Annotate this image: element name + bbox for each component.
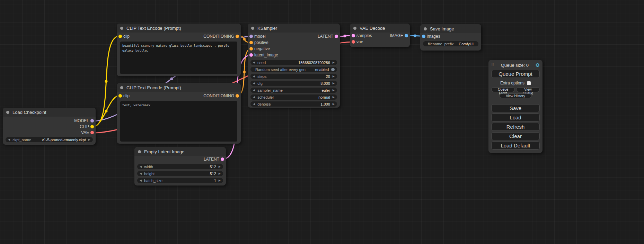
collapse-dot[interactable] xyxy=(353,27,356,30)
slot-dot-vae[interactable] xyxy=(90,131,94,134)
node-title-bar[interactable]: KSampler xyxy=(248,24,340,33)
decrement-arrow-icon[interactable]: ◀ xyxy=(253,74,255,79)
output-slot-clip[interactable]: CLIP xyxy=(3,124,96,129)
node-save-image[interactable]: Save Image images filename_prefix ComfyU… xyxy=(420,24,481,51)
widget-filename-prefix[interactable]: filename_prefix ComfyUI xyxy=(423,41,478,46)
output-slot-vae[interactable]: VAE xyxy=(3,129,96,135)
decrement-arrow-icon[interactable]: ◀ xyxy=(140,178,142,183)
input-slot-latent-image[interactable]: latent_image xyxy=(248,52,340,58)
slot-dot-clip[interactable] xyxy=(90,125,94,128)
widget-denoise[interactable]: ◀ denoise 1.000 ▶ xyxy=(250,101,337,107)
view-queue-button[interactable]: View Queue xyxy=(516,87,540,92)
slot-dot-model-input[interactable] xyxy=(249,35,253,38)
increment-arrow-icon[interactable]: ▶ xyxy=(333,94,335,100)
node-load-checkpoint[interactable]: Load Checkpoint MODEL CLIP VAE ◀ ckpt_na… xyxy=(3,108,96,145)
widget-cfg[interactable]: ◀ cfg 8.000 ▶ xyxy=(250,81,337,86)
increment-arrow-icon[interactable]: ▶ xyxy=(88,137,90,142)
increment-arrow-icon[interactable]: ▶ xyxy=(333,81,335,86)
view-history-button[interactable]: View History xyxy=(500,93,531,98)
decrement-arrow-icon[interactable]: ◀ xyxy=(253,94,255,100)
node-title-bar[interactable]: Empty Latent Image xyxy=(134,147,226,156)
decrement-arrow-icon[interactable]: ◀ xyxy=(140,164,142,169)
node-ksampler[interactable]: KSampler model LATENT positive negative … xyxy=(248,24,340,108)
widget-random-seed-toggle[interactable]: Random seed after every gen enabled xyxy=(250,67,337,72)
slot-dot-conditioning-output[interactable] xyxy=(236,94,239,98)
widget-seed[interactable]: ◀ seed 156680208700286 ▶ xyxy=(250,60,337,65)
slot-dot-images-input[interactable] xyxy=(422,35,425,38)
increment-arrow-icon[interactable]: ▶ xyxy=(219,178,221,183)
node-title-bar[interactable]: Load Checkpoint xyxy=(3,108,96,117)
output-slot-latent[interactable]: LATENT xyxy=(134,156,226,162)
save-button[interactable]: Save xyxy=(491,104,540,112)
node-clip-text-encode-positive[interactable]: CLIP Text Encode (Prompt) clip CONDITION… xyxy=(117,24,241,76)
collapse-dot[interactable] xyxy=(120,86,123,89)
widget-value: 1.000 xyxy=(320,102,330,106)
decrement-arrow-icon[interactable]: ◀ xyxy=(253,88,255,93)
settings-gear-icon[interactable]: ⚙ xyxy=(535,62,540,68)
slot-dot-vae-input[interactable] xyxy=(352,40,355,44)
widget-ckpt-name[interactable]: ◀ ckpt_name v1-5-pruned-emaonly.ckpt ▶ xyxy=(6,137,93,142)
load-button[interactable]: Load xyxy=(491,114,540,121)
widget-scheduler[interactable]: ◀ scheduler normal ▶ xyxy=(250,94,337,100)
node-graph-canvas[interactable]: Load Checkpoint MODEL CLIP VAE ◀ ckpt_na… xyxy=(0,0,644,244)
collapse-dot[interactable] xyxy=(6,111,9,114)
queue-prompt-button[interactable]: Queue Prompt xyxy=(491,70,540,78)
input-slot-vae[interactable]: vae xyxy=(350,39,410,45)
load-default-button[interactable]: Load Default xyxy=(491,142,540,150)
slot-dot-clip-input[interactable] xyxy=(118,35,122,38)
toggle-dot[interactable] xyxy=(331,68,335,71)
slot-dot-latent-image-input[interactable] xyxy=(249,53,253,57)
increment-arrow-icon[interactable]: ▶ xyxy=(333,60,335,65)
refresh-button[interactable]: Refresh xyxy=(491,123,540,131)
slot-dot-image-output[interactable] xyxy=(405,34,408,37)
decrement-arrow-icon[interactable]: ◀ xyxy=(140,171,142,176)
input-slot-positive[interactable]: positive xyxy=(248,39,340,46)
node-title-bar[interactable]: Save Image xyxy=(420,24,481,33)
collapse-dot[interactable] xyxy=(138,150,141,153)
increment-arrow-icon[interactable]: ▶ xyxy=(219,164,221,169)
negative-prompt-textarea[interactable]: text, watermark xyxy=(120,101,237,142)
output-slot-model[interactable]: MODEL xyxy=(3,118,96,124)
queue-menu-panel: ⠿ Queue size: 0 ⚙ Queue Prompt Extra opt… xyxy=(488,60,542,153)
increment-arrow-icon[interactable]: ▶ xyxy=(219,171,221,176)
widget-height[interactable]: ◀ height 512 ▶ xyxy=(137,171,223,176)
collapse-dot[interactable] xyxy=(251,27,254,30)
widget-batch-size[interactable]: ◀ batch_size 1 ▶ xyxy=(137,178,223,183)
widget-width[interactable]: ◀ width 512 ▶ xyxy=(137,164,223,169)
queue-front-button[interactable]: Queue Front xyxy=(491,87,515,92)
slot-dot-model[interactable] xyxy=(90,119,94,123)
widget-name: steps xyxy=(257,74,321,79)
slot-dot-conditioning-output[interactable] xyxy=(236,35,239,38)
increment-arrow-icon[interactable]: ▶ xyxy=(333,74,335,79)
slot-dot-samples-input[interactable] xyxy=(352,34,355,37)
positive-prompt-textarea[interactable]: beautiful scenery nature glass bottle la… xyxy=(120,42,237,74)
extra-options-checkbox[interactable] xyxy=(527,81,531,85)
collapse-dot[interactable] xyxy=(120,27,123,30)
slot-dot-negative-input[interactable] xyxy=(249,47,253,51)
node-title-bar[interactable]: CLIP Text Encode (Prompt) xyxy=(117,24,241,33)
decrement-arrow-icon[interactable]: ◀ xyxy=(8,137,10,142)
widget-value: euler xyxy=(321,88,330,92)
node-empty-latent-image[interactable]: Empty Latent Image LATENT ◀ width 512 ▶ … xyxy=(134,147,226,186)
node-clip-text-encode-negative[interactable]: CLIP Text Encode (Prompt) clip CONDITION… xyxy=(117,83,241,144)
slot-dot-clip-input[interactable] xyxy=(118,94,122,98)
input-slot-images[interactable]: images xyxy=(420,33,481,39)
slot-dot-positive-input[interactable] xyxy=(249,41,253,44)
node-title-bar[interactable]: CLIP Text Encode (Prompt) xyxy=(117,83,241,92)
widget-steps[interactable]: ◀ steps 20 ▶ xyxy=(250,74,337,79)
increment-arrow-icon[interactable]: ▶ xyxy=(333,88,335,93)
decrement-arrow-icon[interactable]: ◀ xyxy=(253,101,255,107)
increment-arrow-icon[interactable]: ▶ xyxy=(333,101,335,107)
drag-handle-icon[interactable]: ⠿ xyxy=(491,63,494,67)
decrement-arrow-icon[interactable]: ◀ xyxy=(253,60,255,65)
widget-sampler-name[interactable]: ◀ sampler_name euler ▶ xyxy=(250,88,337,93)
slot-dot-latent[interactable] xyxy=(221,157,224,161)
node-title-bar[interactable]: VAE Decode xyxy=(350,24,410,33)
clear-button[interactable]: Clear xyxy=(491,132,540,140)
node-vae-decode[interactable]: VAE Decode samples IMAGE vae xyxy=(350,24,410,47)
slot-dot-latent-output[interactable] xyxy=(335,35,338,38)
decrement-arrow-icon[interactable]: ◀ xyxy=(253,81,255,86)
collapse-dot[interactable] xyxy=(424,27,427,30)
node-title: Save Image xyxy=(430,26,454,31)
input-slot-negative[interactable]: negative xyxy=(248,46,340,52)
